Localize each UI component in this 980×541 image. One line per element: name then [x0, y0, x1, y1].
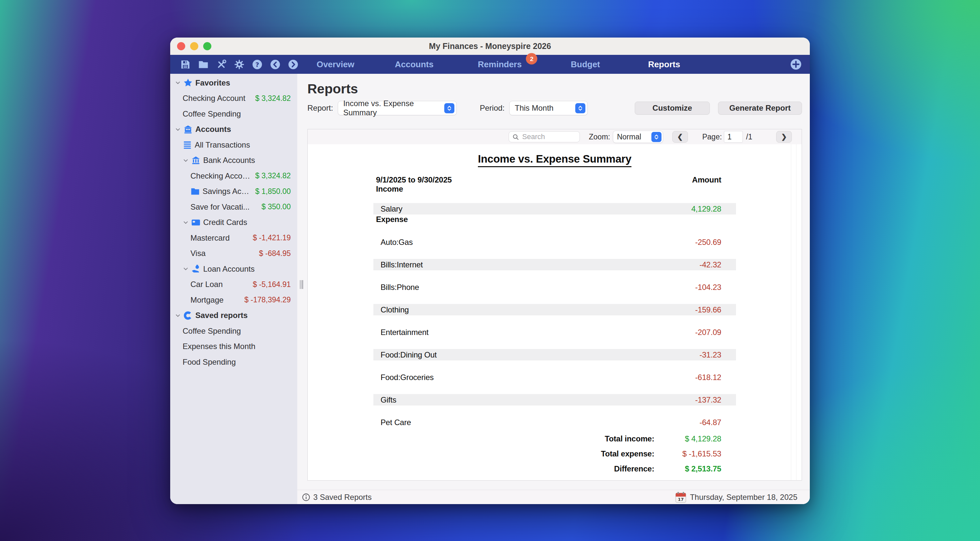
category-amount: 4,129.28	[691, 205, 721, 214]
sidebar-item[interactable]: Credit Cards	[170, 215, 297, 230]
sidebar-item[interactable]: Mortgage $ -178,394.29	[170, 292, 297, 308]
period-select[interactable]: This Month	[509, 101, 588, 115]
category-label: Food:Groceries	[380, 373, 434, 382]
category-amount: -618.12	[695, 373, 721, 382]
window-controls	[177, 38, 212, 55]
sidebar-item[interactable]: Expenses this Month	[170, 339, 297, 355]
sidebar-item[interactable]: Bank Accounts	[170, 153, 297, 168]
sidebar-item-amount: $ -1,421.19	[253, 233, 291, 242]
sidebar-item[interactable]: Visa $ -684.95	[170, 246, 297, 262]
nav-tab-label: Budget	[571, 59, 600, 69]
reports-view: Reports Report: Income vs. Expense Summa…	[297, 74, 810, 490]
settings-icon[interactable]	[234, 59, 245, 70]
income-section-label: Income	[373, 184, 736, 194]
report-row: Clothing -159.66	[373, 304, 736, 316]
help-icon[interactable]	[252, 59, 262, 70]
chevron-down-icon[interactable]	[183, 266, 191, 272]
page-number-input[interactable]	[724, 131, 743, 143]
sidebar-item[interactable]: Accounts	[170, 122, 297, 138]
main-toolbar: Overview Accounts Reminders 2 Budget	[170, 55, 810, 74]
sidebar-item-label: Coffee Spending	[183, 109, 291, 119]
category-amount: -207.09	[695, 328, 721, 337]
category-label: Salary	[380, 205, 402, 214]
sidebar-item[interactable]: Mastercard $ -1,421.19	[170, 230, 297, 246]
generate-report-button[interactable]: Generate Report	[718, 102, 802, 114]
sidebar-item[interactable]: Favorites	[170, 75, 297, 91]
report-row: Gifts -137.32	[373, 394, 736, 406]
sidebar-item[interactable]: Coffee Spending	[170, 323, 297, 339]
nav-tab[interactable]: Reminders 2	[478, 59, 522, 70]
amount-column-header: Amount	[692, 175, 721, 184]
sidebar-item[interactable]: Loan Accounts	[170, 261, 297, 277]
sidebar-item[interactable]: Coffee Spending	[170, 106, 297, 122]
open-folder-icon[interactable]	[198, 59, 209, 70]
sidebar-item[interactable]: Saved reports	[170, 308, 297, 324]
category-label: Food:Dining Out	[380, 350, 437, 360]
report-select[interactable]: Income vs. Expense Summary	[338, 101, 457, 115]
sidebar-item-label: Food Spending	[183, 357, 291, 366]
folder-icon	[191, 187, 202, 196]
page-total: /1	[746, 133, 752, 141]
close-button[interactable]	[177, 42, 185, 50]
search-input[interactable]	[522, 132, 576, 141]
tools-icon[interactable]	[216, 59, 227, 70]
nav-tab[interactable]: Overview	[317, 59, 355, 70]
category-label: Gifts	[380, 395, 396, 405]
period-select-label: Period:	[480, 103, 505, 113]
title-bar: My Finances - Moneyspire 2026	[170, 38, 810, 55]
sidebar-item-amount: $ 350.00	[261, 202, 291, 211]
sidebar-item-label: Saved reports	[195, 311, 291, 320]
category-amount: -137.32	[695, 395, 721, 405]
category-amount: -64.87	[699, 418, 721, 427]
category-amount: -250.69	[695, 238, 721, 247]
accounts-icon	[183, 125, 195, 134]
report-row: Bills:Phone -104.23	[373, 281, 736, 293]
save-icon[interactable]	[180, 59, 191, 70]
sidebar-item[interactable]: Savings Account $ 1,850.00	[170, 184, 297, 200]
forward-icon[interactable]	[288, 59, 299, 70]
chevron-down-icon[interactable]	[183, 219, 191, 225]
sidebar-item-amount: $ 1,850.00	[255, 187, 291, 196]
report-content: Income vs. Expense Summary 9/1/2025 to 9…	[373, 144, 736, 480]
previous-page-button[interactable]: ❮	[672, 131, 688, 143]
category-label: Auto:Gas	[380, 238, 412, 247]
zoom-select[interactable]: Normal	[613, 131, 663, 143]
next-page-button[interactable]: ❯	[776, 131, 792, 143]
minimize-button[interactable]	[190, 42, 198, 50]
sidebar-item-label: Checking Account	[183, 94, 253, 103]
sidebar-item[interactable]: Food Spending	[170, 354, 297, 370]
splitter-grip-icon[interactable]	[300, 280, 303, 289]
chevron-down-icon[interactable]	[175, 126, 183, 133]
current-date: Thursday, September 18, 2025	[690, 493, 797, 502]
saved-reports-count: 3 Saved Reports	[313, 493, 372, 502]
sidebar-item[interactable]: All Transactions	[170, 137, 297, 153]
zoom-select-value: Normal	[617, 133, 641, 141]
chevron-down-icon[interactable]	[183, 157, 191, 163]
report-page: Income vs. Expense Summary 9/1/2025 to 9…	[308, 144, 802, 480]
customize-button[interactable]: Customize	[635, 102, 710, 114]
nav-tab[interactable]: Accounts	[395, 59, 433, 70]
search-field[interactable]	[509, 131, 580, 142]
nav-tab-label: Reports	[648, 59, 680, 69]
back-icon[interactable]	[270, 59, 281, 70]
nav-tab[interactable]: Budget	[571, 59, 600, 70]
total-value: $ -1,615.53	[654, 449, 721, 459]
sidebar-item-amount: $ 3,324.82	[255, 171, 291, 180]
total-row: Total income: $ 4,129.28	[373, 431, 736, 446]
add-icon[interactable]	[790, 59, 802, 70]
sidebar-item[interactable]: Checking Account $ 3,324.82	[170, 91, 297, 106]
sidebar-item[interactable]: Checking Account $ 3,324.82	[170, 168, 297, 184]
total-label: Total income:	[605, 434, 654, 443]
nav-tab[interactable]: Reports	[648, 59, 680, 70]
scrollbar[interactable]	[791, 144, 796, 480]
chevron-down-icon[interactable]	[175, 80, 183, 86]
sidebar-item[interactable]: Car Loan $ -5,164.91	[170, 277, 297, 292]
sidebar-item[interactable]: Save for Vacati... $ 350.00	[170, 199, 297, 215]
window-title: My Finances - Moneyspire 2026	[429, 41, 551, 51]
report-row: Food:Dining Out -31.23	[373, 349, 736, 360]
chevron-down-icon[interactable]	[175, 313, 183, 319]
sidebar-item-label: Loan Accounts	[203, 265, 291, 274]
category-amount: -104.23	[695, 283, 721, 292]
sidebar-item-amount: $ -684.95	[259, 249, 291, 258]
zoom-button[interactable]	[203, 42, 212, 50]
